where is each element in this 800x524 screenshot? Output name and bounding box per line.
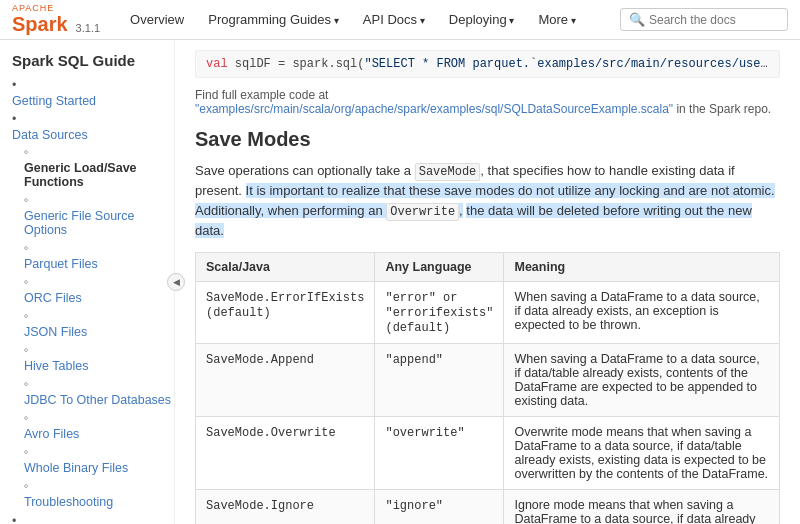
version-label: 3.1.1	[76, 22, 100, 34]
full-example-link: Find full example code at "examples/src/…	[195, 88, 780, 116]
sidebar-item-json[interactable]: JSON Files	[24, 308, 174, 342]
sidebar-link-json[interactable]: JSON Files	[24, 323, 174, 341]
nav-overview[interactable]: Overview	[118, 8, 196, 31]
sidebar-wrapper: Spark SQL Guide Getting Started Data Sou…	[0, 40, 175, 524]
table-cell-meaning-3: Ignore mode means that when saving a Dat…	[504, 490, 780, 525]
search-input[interactable]	[649, 13, 779, 27]
sidebar-item-orc[interactable]: ORC Files	[24, 274, 174, 308]
table-cell-lang-1: "append"	[375, 344, 504, 417]
table-cell-scala-3: SaveMode.Ignore	[196, 490, 375, 525]
table-cell-meaning-1: When saving a DataFrame to a data source…	[504, 344, 780, 417]
nav-more[interactable]: More	[526, 8, 587, 31]
sidebar-link-troubleshooting[interactable]: Troubleshooting	[24, 493, 174, 511]
table-cell-scala-0: SaveMode.ErrorIfExists (default)	[196, 282, 375, 344]
spark-logo[interactable]: Apache Spark 3.1.1	[12, 3, 100, 36]
table-header-scala: Scala/Java	[196, 253, 375, 282]
sidebar-link-orc[interactable]: ORC Files	[24, 289, 174, 307]
sidebar-link-generic-load-save[interactable]: Generic Load/Save Functions	[24, 159, 174, 191]
code-line: val sqlDF = spark.sql("SELECT * FROM par…	[195, 50, 780, 78]
nav-programming-guides[interactable]: Programming Guides	[196, 8, 351, 31]
sidebar-link-generic-file-source[interactable]: Generic File Source Options	[24, 207, 174, 239]
sidebar-link-getting-started[interactable]: Getting Started	[12, 92, 174, 110]
table-cell-meaning-0: When saving a DataFrame to a data source…	[504, 282, 780, 344]
overwrite-code: Overwrite	[386, 203, 459, 221]
table-header-any-lang: Any Language	[375, 253, 504, 282]
nav-items: Overview Programming Guides API Docs Dep…	[118, 8, 620, 31]
save-modes-table: Scala/Java Any Language Meaning SaveMode…	[195, 252, 780, 524]
table-row: SaveMode.Ignore "ignore" Ignore mode mea…	[196, 490, 780, 525]
sidebar-item-getting-started[interactable]: Getting Started	[12, 77, 174, 111]
spark-brand: Spark	[12, 13, 68, 36]
table-row: SaveMode.Overwrite "overwrite" Overwrite…	[196, 417, 780, 490]
table-cell-scala-2: SaveMode.Overwrite	[196, 417, 375, 490]
search-icon: 🔍	[629, 12, 645, 27]
sidebar-item-data-sources[interactable]: Data Sources Generic Load/Save Functions…	[12, 111, 174, 513]
section-title: Save Modes	[195, 128, 780, 151]
table-cell-lang-3: "ignore"	[375, 490, 504, 525]
sidebar-item-troubleshooting[interactable]: Troubleshooting	[24, 478, 174, 512]
table-row: SaveMode.ErrorIfExists (default) "error"…	[196, 282, 780, 344]
example-path-link[interactable]: "examples/src/main/scala/org/apache/spar…	[195, 102, 673, 116]
apache-label: Apache	[12, 3, 54, 13]
sidebar-link-parquet[interactable]: Parquet Files	[24, 255, 174, 273]
sidebar: Spark SQL Guide Getting Started Data Sou…	[0, 40, 175, 524]
top-navigation: Apache Spark 3.1.1 Overview Programming …	[0, 0, 800, 40]
sidebar-item-hive[interactable]: Hive Tables	[24, 342, 174, 376]
sidebar-title: Spark SQL Guide	[12, 52, 174, 69]
sidebar-collapse-button[interactable]: ◀	[167, 273, 185, 291]
sidebar-link-avro[interactable]: Avro Files	[24, 425, 174, 443]
savemode-code: SaveMode	[415, 163, 481, 181]
table-row: SaveMode.Append "append" When saving a D…	[196, 344, 780, 417]
sidebar-item-generic-file-source[interactable]: Generic File Source Options	[24, 192, 174, 240]
sidebar-item-avro[interactable]: Avro Files	[24, 410, 174, 444]
content-area: val sqlDF = spark.sql("SELECT * FROM par…	[175, 40, 800, 524]
intro-paragraph: Save operations can optionally take a Sa…	[195, 161, 780, 240]
search-box[interactable]: 🔍	[620, 8, 788, 31]
table-header-meaning: Meaning	[504, 253, 780, 282]
table-cell-meaning-2: Overwrite mode means that when saving a …	[504, 417, 780, 490]
main-layout: Spark SQL Guide Getting Started Data Sou…	[0, 40, 800, 524]
table-cell-lang-2: "overwrite"	[375, 417, 504, 490]
sidebar-link-jdbc[interactable]: JDBC To Other Databases	[24, 391, 174, 409]
sidebar-item-generic-load-save[interactable]: Generic Load/Save Functions	[24, 144, 174, 192]
nav-api-docs[interactable]: API Docs	[351, 8, 437, 31]
sidebar-link-hive[interactable]: Hive Tables	[24, 357, 174, 375]
sidebar-link-whole-binary[interactable]: Whole Binary Files	[24, 459, 174, 477]
nav-deploying[interactable]: Deploying	[437, 8, 527, 31]
sidebar-item-jdbc[interactable]: JDBC To Other Databases	[24, 376, 174, 410]
sidebar-item-parquet[interactable]: Parquet Files	[24, 240, 174, 274]
sidebar-link-data-sources[interactable]: Data Sources	[12, 126, 174, 144]
sidebar-item-performance[interactable]: Performance Tuning	[12, 513, 174, 524]
sidebar-item-whole-binary[interactable]: Whole Binary Files	[24, 444, 174, 478]
table-cell-scala-1: SaveMode.Append	[196, 344, 375, 417]
table-cell-lang-0: "error" or "errorifexists" (default)	[375, 282, 504, 344]
